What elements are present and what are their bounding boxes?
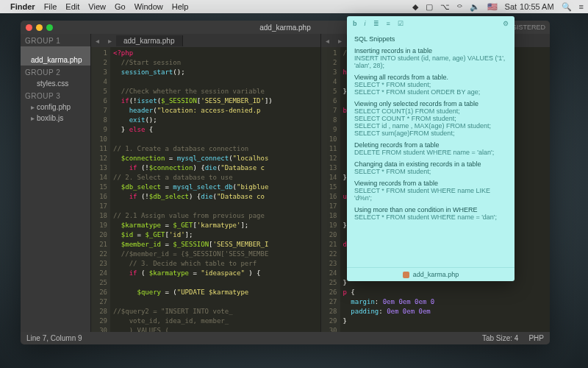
snippet-line: DELETE FROM student WHERE name = 'alan'; — [354, 149, 507, 156]
editor-pane-left: ◂ ▸ add_karma.php 1 2 3 4 5 6 7 8 9 10 1… — [90, 34, 320, 332]
menubar-window[interactable]: Window — [135, 2, 163, 11]
input-flag-icon[interactable]: 🇺🇸 — [487, 2, 498, 12]
sidebar-group[interactable]: GROUP 1 — [21, 34, 90, 46]
snippet-line: SELECT id , name , MAX(age) FROM student… — [354, 122, 507, 130]
sidebar-item[interactable]: ▸config.php — [21, 102, 90, 113]
wifi-icon[interactable]: ⌔ — [457, 2, 462, 11]
clock-time[interactable]: 10:55 AM — [520, 2, 553, 11]
snippet-line: SELECT * FROM student ORDER BY age; — [354, 88, 507, 96]
menubar-go[interactable]: Go — [115, 2, 126, 11]
sidebar-item[interactable]: styles.css — [21, 78, 90, 89]
macos-menubar: Finder File Edit View Go Window Help ◆ ▢… — [0, 0, 588, 13]
status-bar: Line 7, Column 9 Tab Size: 4 PHP — [21, 332, 550, 344]
sidebar-group[interactable]: GROUP 2 — [21, 66, 90, 78]
snippet-heading: Changing data in existing records in a t… — [354, 160, 507, 168]
snippet-heading: Using more than one condition in WHERE — [354, 206, 507, 213]
snippet-line: SELECT COUNT * FROM student; — [354, 115, 507, 122]
menubar-file[interactable]: File — [44, 2, 57, 11]
status-position[interactable]: Line 7, Column 9 — [26, 334, 82, 342]
italic-icon[interactable]: i — [365, 20, 366, 27]
snippet-heading: Deleting records from a table — [354, 141, 507, 149]
panel-footer[interactable]: add_karma.php — [347, 267, 514, 281]
tab-history-fwd-icon[interactable]: ▸ — [104, 37, 116, 45]
snippet-heading: Inserting records in a table — [354, 47, 507, 54]
notification-center-icon[interactable]: ≡ — [579, 2, 584, 11]
sidebar-item[interactable]: add_karma.php — [21, 46, 90, 66]
snippet-heading: Viewing records from a table — [354, 180, 507, 187]
menubar-app[interactable]: Finder — [10, 2, 35, 11]
snippet-line: SELECT COUNT(1) FROM student; — [354, 107, 507, 115]
sidebar: GROUP 1add_karma.phpGROUP 2styles.cssGRO… — [21, 34, 90, 332]
menubar-edit[interactable]: Edit — [65, 2, 79, 11]
panel-title: SQL Snippets — [354, 35, 507, 43]
notes-panel: b i ≣ ≡ ☑ ⚙ SQL Snippets Inserting recor… — [347, 16, 514, 281]
panel-content[interactable]: SQL Snippets Inserting records in a tabl… — [347, 31, 514, 267]
tab-history-back-icon[interactable]: ◂ — [321, 37, 334, 45]
bold-icon[interactable]: b — [353, 20, 357, 27]
airplay-icon[interactable]: ▢ — [426, 2, 433, 12]
sidebar-group[interactable]: GROUP 3 — [21, 89, 90, 102]
clock-day[interactable]: Sat — [505, 2, 517, 11]
panel-toolbar: b i ≣ ≡ ☑ ⚙ — [347, 16, 514, 31]
checklist-icon[interactable]: ☑ — [398, 20, 404, 27]
spotlight-icon[interactable]: 🔍 — [562, 2, 572, 12]
snippet-heading: Viewing all records from a table. — [354, 74, 507, 81]
tab-history-back-icon[interactable]: ◂ — [91, 37, 104, 45]
snippet-line: SELECT * FROM student; — [354, 81, 507, 88]
tab-left[interactable]: add_karma.php — [116, 35, 183, 46]
sidebar-item[interactable]: ▸boxlib.js — [21, 113, 90, 124]
menubar-help[interactable]: Help — [172, 2, 189, 11]
snippet-line: SELECT * FROM student WHERE name LIKE 'd… — [354, 187, 507, 202]
app-indicator-icon[interactable]: ◆ — [412, 2, 418, 12]
snippet-line: INSERT INTO student (id, name, age) VALU… — [354, 54, 507, 69]
bluetooth-icon[interactable]: ⌥ — [440, 2, 450, 12]
snippet-heading: Viewing only selected records from a tab… — [354, 100, 507, 107]
menubar-view[interactable]: View — [88, 2, 106, 11]
status-tab-size[interactable]: Tab Size: 4 — [482, 334, 518, 342]
file-icon — [403, 272, 409, 278]
tab-history-fwd-icon[interactable]: ▸ — [334, 37, 346, 45]
status-language[interactable]: PHP — [528, 334, 544, 342]
panel-footer-label: add_karma.php — [413, 271, 459, 278]
numbered-list-icon[interactable]: ≡ — [387, 20, 390, 27]
snippet-line: SELECT sum(age)FROM student; — [354, 130, 507, 137]
snippet-line: SELECT * FROM student; — [354, 168, 507, 175]
bullet-list-icon[interactable]: ≣ — [373, 20, 379, 27]
volume-icon[interactable]: 🔈 — [470, 2, 480, 12]
code-area-left[interactable]: 1 2 3 4 5 6 7 8 9 10 11 12 13 14 15 16 1… — [91, 47, 320, 332]
snippet-line: SELECT * FROM student WHERE name = 'dan'… — [354, 213, 507, 221]
gear-icon[interactable]: ⚙ — [503, 20, 509, 27]
